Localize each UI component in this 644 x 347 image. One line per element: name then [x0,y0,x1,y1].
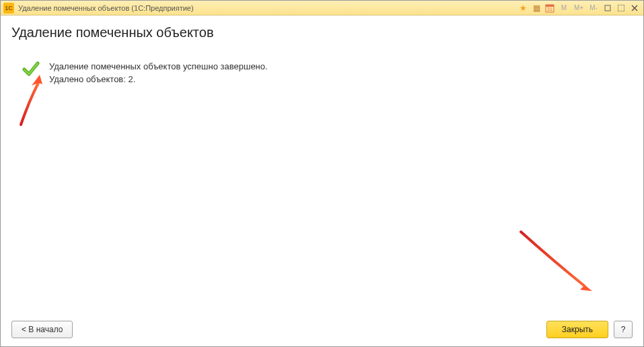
svg-rect-3 [605,5,610,11]
minimize-icon[interactable] [602,3,614,13]
status-message: Удаление помеченных объектов успешно зав… [11,61,633,86]
window-title: Удаление помеченных объектов (1С:Предпри… [18,4,517,12]
checkmark-icon [22,61,40,78]
svg-rect-4 [618,5,624,11]
annotation-arrow-icon [515,226,603,301]
titlebar: 1C Удаление помеченных объектов (1С:Пред… [1,1,643,15]
calendar-icon[interactable]: 31 [544,3,556,13]
m-minus-button[interactable]: M- [587,3,600,13]
app-window: 1C Удаление помеченных объектов (1С:Пред… [0,0,644,347]
m-button[interactable]: M [557,3,571,13]
titlebar-controls: ★ ▦ 31 M M+ M- [517,3,641,13]
maximize-icon[interactable] [615,3,627,13]
calculator-icon[interactable]: ▦ [530,3,542,13]
footer: < В начало Закрыть ? [1,314,643,346]
svg-text:31: 31 [547,7,552,11]
m-plus-button[interactable]: M+ [572,3,585,13]
close-icon[interactable] [629,3,641,13]
app-icon: 1C [3,3,14,13]
svg-marker-8 [577,279,592,291]
help-button[interactable]: ? [614,321,633,338]
favorites-icon[interactable]: ★ [517,3,529,13]
message-line1: Удаление помеченных объектов успешно зав… [49,61,268,73]
close-button[interactable]: Закрыть [546,321,608,338]
message-text: Удаление помеченных объектов успешно зав… [49,61,268,86]
message-line2: Удалено объектов: 2. [49,73,268,86]
back-button[interactable]: < В начало [11,321,73,338]
content-area: Удаление помеченных объектов Удаление по… [1,15,643,314]
page-title: Удаление помеченных объектов [11,25,633,40]
